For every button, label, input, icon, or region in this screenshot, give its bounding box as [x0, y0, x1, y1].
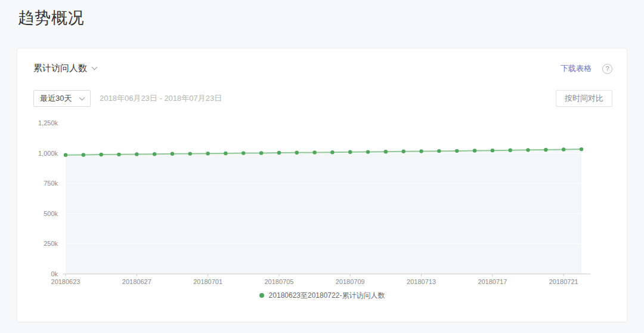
chevron-down-icon [92, 64, 98, 70]
compare-by-time-button[interactable]: 按时间对比 [556, 90, 612, 107]
svg-text:1,250k: 1,250k [38, 119, 58, 127]
chart-legend[interactable]: 20180623至20180722-累计访问人数 [17, 289, 627, 301]
svg-text:20180623: 20180623 [51, 278, 80, 285]
legend-dot-icon [259, 293, 264, 298]
svg-text:250k: 250k [44, 240, 58, 247]
controls-row: 最近30天 2018年06月23日 - 2018年07月23日 按时间对比 [17, 90, 627, 107]
metric-selector-label: 累计访问人数 [33, 63, 87, 74]
svg-text:500k: 500k [44, 210, 58, 217]
svg-text:0k: 0k [51, 270, 58, 278]
chevron-down-icon [79, 95, 85, 101]
svg-text:20180709: 20180709 [336, 278, 365, 285]
legend-label: 20180623至20180722-累计访问人数 [269, 291, 385, 301]
svg-text:20180713: 20180713 [407, 278, 436, 285]
chart-canvas: 0k250k500k750k1,000k1,250k20180623201806… [17, 115, 627, 294]
help-icon[interactable]: ? [602, 64, 612, 74]
trend-overview-card: 累计访问人数 下载表格 ? 最近30天 2018年06月23日 - 2018年0… [17, 48, 627, 322]
date-range-text: 2018年06月23日 - 2018年07月23日 [100, 90, 222, 107]
metric-selector[interactable]: 累计访问人数 [33, 63, 97, 74]
svg-text:20180717: 20180717 [478, 278, 507, 285]
date-range-dropdown[interactable]: 最近30天 [33, 90, 91, 107]
svg-text:1,000k: 1,000k [38, 150, 58, 157]
page-title: 趋势概况 [18, 7, 85, 29]
download-table-link[interactable]: 下载表格 [561, 63, 592, 74]
svg-text:20180627: 20180627 [122, 278, 151, 285]
svg-text:20180721: 20180721 [549, 278, 578, 285]
date-range-dropdown-value: 最近30天 [40, 93, 72, 104]
header-actions: 下载表格 ? [561, 63, 612, 74]
svg-text:20180701: 20180701 [193, 278, 222, 285]
card-header: 累计访问人数 下载表格 ? [17, 63, 627, 76]
svg-text:750k: 750k [44, 180, 58, 187]
line-chart: 0k250k500k750k1,000k1,250k20180623201806… [17, 115, 627, 294]
svg-text:20180705: 20180705 [264, 278, 293, 285]
